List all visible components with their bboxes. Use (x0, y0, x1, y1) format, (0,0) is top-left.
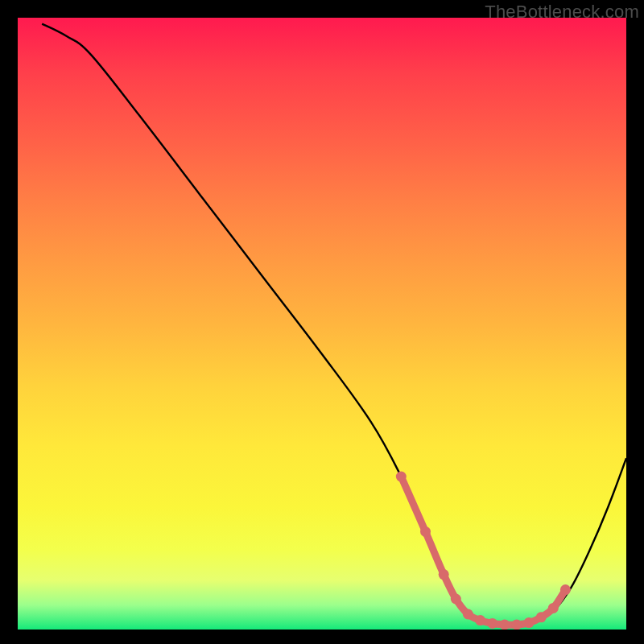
marker-dot (511, 619, 522, 630)
marker-dot (451, 594, 461, 605)
marker-dot (475, 615, 485, 625)
marker-dot (536, 612, 547, 622)
bottleneck-chart (18, 18, 626, 630)
marker-dot (487, 618, 497, 629)
optimal-zone-markers-group (396, 472, 571, 630)
marker-dot (548, 603, 559, 613)
watermark-text: TheBottleneck.com (485, 2, 639, 23)
marker-stroke (401, 477, 565, 625)
marker-dot (499, 619, 510, 630)
marker-dot (560, 584, 571, 595)
bottleneck-curve-path (42, 24, 626, 625)
marker-dot (463, 609, 473, 620)
marker-dot (439, 569, 449, 580)
marker-dot (396, 472, 407, 482)
marker-dot (420, 526, 431, 537)
marker-dot (524, 617, 535, 628)
chart-frame (18, 18, 626, 630)
